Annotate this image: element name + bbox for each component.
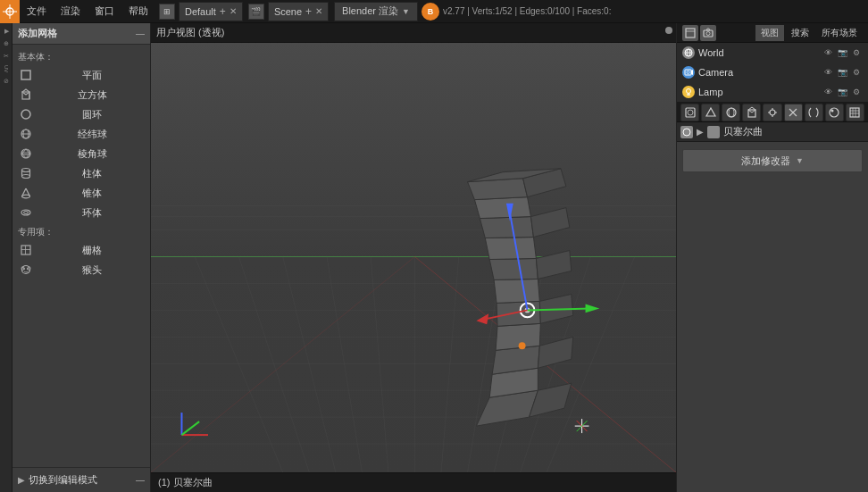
mode-icon-4[interactable]: ⊘ xyxy=(0,75,13,88)
mesh-item-cylinder[interactable]: 柱体 xyxy=(13,163,150,183)
add-modifier-button[interactable]: 添加修改器 ▼ xyxy=(682,149,863,172)
cone-icon xyxy=(18,185,34,201)
lamp-eye-icon[interactable]: 👁 xyxy=(822,86,834,98)
far-left-mode-strip: ▶ ⊕ ✂ UV ⊘ xyxy=(0,23,13,492)
prop-data-icon[interactable] xyxy=(805,104,823,121)
camera-render-icon[interactable]: 📷 xyxy=(836,66,848,79)
mesh-item-icosphere[interactable]: 棱角球 xyxy=(13,144,150,163)
workspace-scene[interactable]: Scene + ✕ xyxy=(268,2,329,21)
mode-icon-1[interactable]: ▶ xyxy=(0,25,13,38)
grid-icon xyxy=(18,242,34,258)
menu-file[interactable]: 文件 xyxy=(20,0,54,23)
lamp-render-icon[interactable]: 📷 xyxy=(836,86,848,98)
mesh-item-uvsphere[interactable]: 经纬球 xyxy=(13,124,150,144)
lamp-dot-icon xyxy=(682,86,695,98)
world-icons: 👁 📷 ⚙ xyxy=(822,46,863,59)
mode-icon-2[interactable]: ⊕ xyxy=(0,38,13,50)
top-bar: 文件 渲染 窗口 帮助 ⊞ Default + ✕ 🎬 Scene + ✕ Bl… xyxy=(0,0,868,23)
cube-icon xyxy=(18,87,34,103)
menu-window[interactable]: 窗口 xyxy=(88,0,121,23)
right-panel: 视图 搜索 所有场景 World 👁 📷 ⚙ xyxy=(676,23,868,492)
camera-eye-icon[interactable]: 👁 xyxy=(822,66,834,79)
svg-marker-96 xyxy=(706,29,710,30)
svg-point-119 xyxy=(831,109,834,112)
svg-point-118 xyxy=(830,108,839,117)
render-engine-label: Blender 渲染 xyxy=(342,4,398,18)
lamp-more-icon[interactable]: ⚙ xyxy=(850,86,863,98)
scene-item-camera[interactable]: Camera 👁 📷 ⚙ xyxy=(677,63,868,82)
prop-scene-icon[interactable] xyxy=(701,104,720,121)
render-engine-selector[interactable]: Blender 渲染 ▼ xyxy=(334,2,418,21)
tab-all-scenes[interactable]: 所有场景 xyxy=(816,25,863,41)
rp-icon-camera[interactable] xyxy=(700,25,716,41)
workspace-default[interactable]: Default + ✕ xyxy=(179,2,243,21)
svg-rect-4 xyxy=(21,71,30,79)
tab-view[interactable]: 视图 xyxy=(755,25,784,41)
world-render-icon[interactable]: 📷 xyxy=(836,46,848,59)
toggle-triangle-icon: ▶ xyxy=(18,475,25,485)
workspace-close-icon[interactable]: ✕ xyxy=(230,6,237,16)
right-panel-tabs: 视图 搜索 所有场景 xyxy=(755,25,863,41)
left-sidebar: 添加网格 — 基本体： 平面 立方体 xyxy=(13,23,151,492)
prop-texture-icon[interactable] xyxy=(846,104,864,121)
add-modifier-label: 添加修改器 xyxy=(741,154,790,168)
prop-material-icon[interactable] xyxy=(825,104,844,121)
edit-mode-toggle[interactable]: ▶ 切换到编辑模式 — xyxy=(13,467,150,492)
bezier-path-label: 贝塞尔曲 xyxy=(723,125,763,138)
svg-marker-69 xyxy=(485,238,536,260)
rp-icon-view[interactable] xyxy=(682,25,698,41)
svg-marker-72 xyxy=(474,197,530,219)
tab-search[interactable]: 搜索 xyxy=(786,25,814,41)
menu-help[interactable]: 帮助 xyxy=(121,0,155,23)
svg-point-84 xyxy=(519,342,526,349)
viewport-settings-dot[interactable] xyxy=(665,27,672,34)
camera-icons: 👁 📷 ⚙ xyxy=(822,66,863,79)
camera-label: Camera xyxy=(698,67,812,78)
mesh-item-plane[interactable]: 平面 xyxy=(13,65,150,85)
svg-marker-66 xyxy=(494,279,539,303)
prop-modifier-icon[interactable] xyxy=(784,104,803,121)
workspace-add-icon[interactable]: + xyxy=(220,5,226,18)
mesh-item-circle[interactable]: 圆环 xyxy=(13,104,150,124)
mesh-item-cube[interactable]: 立方体 xyxy=(13,85,150,104)
prop-world-icon[interactable] xyxy=(722,104,740,121)
svg-point-109 xyxy=(727,108,736,117)
svg-point-12 xyxy=(21,149,30,158)
mesh-item-grid[interactable]: 栅格 xyxy=(13,240,150,260)
mode-icon-3[interactable]: ✂ xyxy=(0,50,13,63)
grid-label: 栅格 xyxy=(39,244,145,257)
svg-point-125 xyxy=(683,129,690,136)
svg-point-110 xyxy=(729,108,734,117)
svg-point-16 xyxy=(22,175,30,179)
mesh-item-torus[interactable]: 环体 xyxy=(13,203,150,222)
scene-item-lamp[interactable]: Lamp 👁 📷 ⚙ xyxy=(677,82,868,102)
circle-icon xyxy=(18,106,34,122)
mode-icon-uv[interactable]: UV xyxy=(0,63,13,75)
camera-dot-icon xyxy=(682,66,695,79)
svg-marker-102 xyxy=(691,70,693,75)
sidebar-collapse-icon: — xyxy=(136,29,145,38)
svg-point-15 xyxy=(22,169,30,172)
camera-more-icon[interactable]: ⚙ xyxy=(850,66,863,79)
blender-logo-icon xyxy=(0,0,20,23)
path-modifier-icon xyxy=(707,126,720,138)
mesh-item-cone[interactable]: 锥体 xyxy=(13,183,150,203)
scene-close-icon[interactable]: ✕ xyxy=(315,6,322,16)
mesh-item-monkey[interactable]: 猴头 xyxy=(13,260,150,279)
scene-item-world[interactable]: World 👁 📷 ⚙ xyxy=(677,43,868,63)
scene-add-icon[interactable]: + xyxy=(305,5,312,18)
menu-render[interactable]: 渲染 xyxy=(54,0,88,23)
svg-rect-94 xyxy=(704,30,713,37)
world-eye-icon[interactable]: 👁 xyxy=(822,46,834,59)
prop-constraints-icon[interactable] xyxy=(763,104,781,121)
add-mesh-header[interactable]: 添加网格 — xyxy=(13,23,150,45)
prop-object-icon[interactable] xyxy=(742,104,761,121)
world-more-icon[interactable]: ⚙ xyxy=(850,46,863,59)
svg-marker-108 xyxy=(706,108,715,116)
prop-render-icon[interactable] xyxy=(680,104,699,121)
cylinder-label: 柱体 xyxy=(39,167,145,180)
svg-point-103 xyxy=(687,89,691,94)
modifier-section: 添加修改器 ▼ xyxy=(677,142,868,179)
cylinder-icon xyxy=(18,165,34,181)
viewport-3d[interactable]: 用户视图 (透视) xyxy=(151,23,676,492)
